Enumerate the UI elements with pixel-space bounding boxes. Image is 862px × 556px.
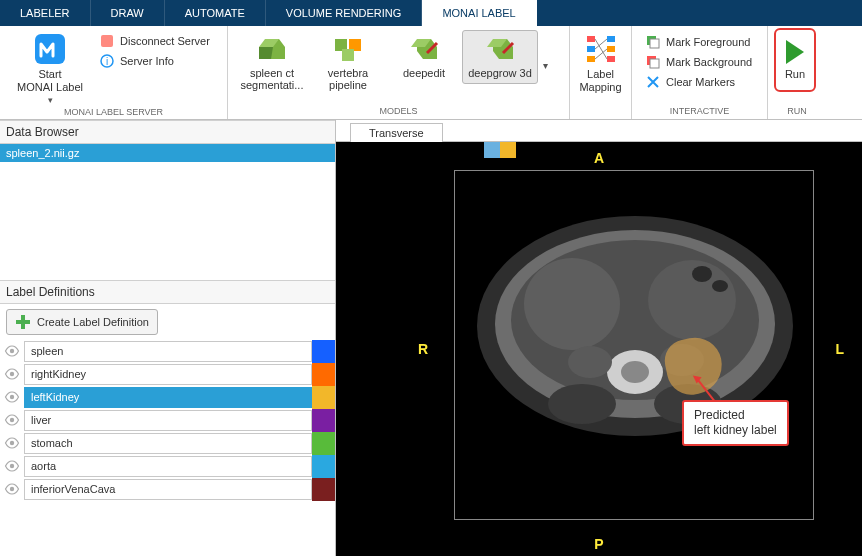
visibility-eye-icon[interactable]: [0, 409, 24, 432]
viewer-panel: Transverse A P R L: [336, 120, 862, 556]
cube-grow-icon: [483, 35, 517, 65]
orientation-right: R: [418, 341, 428, 357]
dropdown-caret-icon: ▾: [48, 95, 53, 105]
svg-point-35: [648, 260, 736, 340]
label-color-swatch[interactable]: [312, 386, 335, 409]
svg-point-25: [10, 372, 14, 376]
label-row[interactable]: [0, 363, 335, 386]
label-row[interactable]: [0, 432, 335, 455]
svg-rect-18: [607, 46, 615, 52]
svg-rect-19: [607, 56, 615, 62]
viewer-tab-transverse[interactable]: Transverse: [350, 123, 443, 143]
start-monai-label-button[interactable]: Start MONAI Label ▾: [6, 30, 94, 105]
tab-labeler[interactable]: LABELER: [0, 0, 91, 26]
clear-icon: [646, 75, 660, 89]
label-color-swatch[interactable]: [312, 340, 335, 363]
svg-point-40: [548, 384, 616, 424]
label-row[interactable]: [0, 478, 335, 501]
cube-edit-icon: [407, 35, 441, 65]
file-item[interactable]: spleen_2.nii.gz: [0, 144, 335, 162]
monai-logo-icon: [33, 32, 67, 66]
disconnect-server-button[interactable]: Disconnect Server: [94, 32, 216, 50]
svg-rect-1: [101, 35, 113, 47]
run-button[interactable]: Run: [774, 28, 816, 92]
svg-point-43: [712, 280, 728, 292]
label-color-swatch[interactable]: [312, 363, 335, 386]
label-name-input[interactable]: [24, 364, 312, 385]
model-deepgrow-3d[interactable]: deepgrow 3d: [462, 30, 538, 84]
label-color-swatch[interactable]: [312, 478, 335, 501]
model-spleen-ct-segmentation[interactable]: spleen ct segmentati...: [234, 30, 310, 96]
interactive-group-label: INTERACTIVE: [632, 104, 767, 119]
label-row[interactable]: [0, 386, 335, 409]
plus-icon: [15, 314, 31, 330]
label-name-input[interactable]: [24, 341, 312, 362]
info-icon: i: [100, 54, 114, 68]
server-group-label: MONAI LABEL SERVER: [0, 105, 227, 120]
svg-rect-14: [587, 36, 595, 42]
label-row[interactable]: [0, 409, 335, 432]
visibility-eye-icon[interactable]: [0, 432, 24, 455]
svg-point-38: [568, 346, 612, 378]
svg-point-24: [10, 349, 14, 353]
slice-viewer[interactable]: A P R L: [336, 142, 862, 556]
label-color-swatch[interactable]: [312, 409, 335, 432]
create-label-definition-button[interactable]: Create Label Definition: [6, 309, 158, 335]
label-definitions-header: Label Definitions: [0, 280, 335, 304]
svg-rect-21: [650, 39, 659, 48]
data-browser-header: Data Browser: [0, 120, 335, 144]
models-dropdown[interactable]: ▾: [538, 30, 552, 71]
svg-rect-17: [607, 36, 615, 42]
visibility-eye-icon[interactable]: [0, 340, 24, 363]
visibility-eye-icon[interactable]: [0, 478, 24, 501]
model-deepedit[interactable]: deepedit: [386, 30, 462, 84]
tab-monai-label[interactable]: MONAI LABEL: [422, 0, 536, 26]
svg-point-42: [692, 266, 712, 282]
svg-rect-16: [587, 56, 595, 62]
tab-volume-rendering[interactable]: VOLUME RENDERING: [266, 0, 423, 26]
mark-foreground-button[interactable]: Mark Foreground: [638, 32, 760, 52]
label-row[interactable]: [0, 340, 335, 363]
svg-text:i: i: [106, 56, 108, 67]
orientation-left: L: [835, 341, 844, 357]
main-area: Data Browser spleen_2.nii.gz Label Defin…: [0, 120, 862, 556]
visibility-eye-icon[interactable]: [0, 455, 24, 478]
orientation-anterior: A: [594, 150, 604, 166]
cubes-icon: [331, 35, 365, 65]
svg-point-37: [621, 361, 649, 383]
annotation-callout: Predicted left kidney label: [682, 400, 789, 446]
label-color-swatch[interactable]: [312, 455, 335, 478]
svg-point-34: [524, 258, 620, 350]
tab-draw[interactable]: DRAW: [91, 0, 165, 26]
label-name-input[interactable]: [24, 433, 312, 454]
svg-marker-6: [259, 47, 273, 59]
label-row[interactable]: [0, 455, 335, 478]
label-mapping-button[interactable]: Label Mapping: [576, 30, 625, 94]
labels-list: [0, 340, 335, 501]
visibility-eye-icon[interactable]: [0, 363, 24, 386]
svg-point-29: [10, 464, 14, 468]
label-name-input[interactable]: [24, 456, 312, 477]
svg-rect-23: [650, 59, 659, 68]
viewer-mini-icons: [484, 142, 516, 158]
model-vertebra-pipeline[interactable]: vertebra pipeline: [310, 30, 386, 96]
svg-point-30: [10, 487, 14, 491]
models-group-label: MODELS: [228, 104, 569, 119]
svg-rect-9: [342, 49, 354, 61]
svg-point-28: [10, 441, 14, 445]
clear-markers-button[interactable]: Clear Markers: [638, 72, 760, 92]
label-name-input[interactable]: [24, 387, 312, 408]
mark-background-button[interactable]: Mark Background: [638, 52, 760, 72]
ribbon: Start MONAI Label ▾ Disconnect Server i …: [0, 26, 862, 120]
label-name-input[interactable]: [24, 479, 312, 500]
cube-icon: [255, 35, 289, 65]
tab-automate[interactable]: AUTOMATE: [165, 0, 266, 26]
label-name-input[interactable]: [24, 410, 312, 431]
background-icon: [646, 55, 660, 69]
menu-bar: LABELER DRAW AUTOMATE VOLUME RENDERING M…: [0, 0, 862, 26]
foreground-icon: [646, 35, 660, 49]
server-info-button[interactable]: i Server Info: [94, 52, 216, 70]
run-group-label: RUN: [768, 104, 826, 119]
visibility-eye-icon[interactable]: [0, 386, 24, 409]
label-color-swatch[interactable]: [312, 432, 335, 455]
